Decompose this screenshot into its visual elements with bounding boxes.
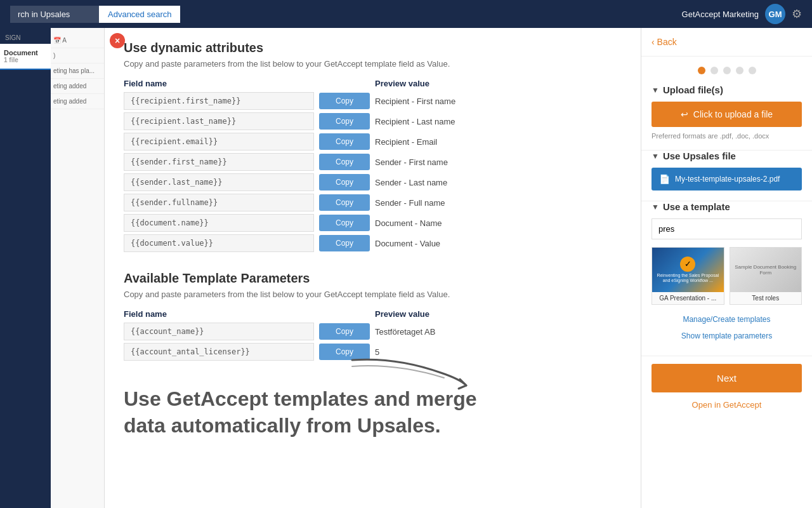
template-search-input[interactable]: [652, 218, 802, 239]
template-thumbnail: ✓ Reinventing the Sales Proposal and eSi…: [652, 248, 724, 292]
field-name-cell: {{recipient.last_name}}: [124, 112, 314, 130]
field-name-cell: {{sender.last_name}}: [124, 173, 314, 191]
doc-tab-label: Document: [4, 49, 47, 57]
upload-section-title: ▼ Upload file(s): [652, 84, 802, 95]
dynamic-field-row: {{sender.last_name}} Copy Sender - Last …: [124, 173, 622, 191]
progress-dot: [749, 67, 756, 74]
upsales-file-item[interactable]: 📄 My-test-template-upsales-2.pdf: [652, 168, 802, 190]
template-section-title: ▼ Use a template: [652, 201, 802, 212]
preview-value-cell: Document - Value: [375, 239, 622, 248]
available-field-col-header: Field name: [124, 309, 314, 319]
doc-tab-sub: 1 file: [4, 57, 47, 64]
field-header-row: Field name Preview value: [124, 79, 622, 88]
upsales-file-section: ▼ Use Upsales file 📄 My-test-template-up…: [641, 150, 812, 201]
activity-icon: 📅 A: [53, 37, 67, 44]
available-section: Available Template Parameters Copy and p…: [124, 271, 622, 361]
field-name-cell: {{sender.first_name}}: [124, 153, 314, 171]
collapse-icon[interactable]: ▼: [652, 203, 659, 211]
progress-dot: [736, 67, 743, 74]
collapse-icon[interactable]: ▼: [652, 152, 659, 161]
activity-item: eting added: [51, 79, 104, 94]
field-name-cell: {{recipient.email}}: [124, 133, 314, 150]
dynamic-section-desc: Copy and paste parameters from the list …: [124, 59, 622, 69]
activity-item: 📅 A: [51, 33, 104, 48]
field-name-cell: {{document.name}}: [124, 214, 314, 232]
upsales-filename: My-test-template-upsales-2.pdf: [675, 175, 780, 184]
advanced-search-button[interactable]: Advanced search: [99, 6, 180, 23]
dynamic-field-row: {{recipient.email}} Copy Recipient - Ema…: [124, 133, 622, 150]
field-name-cell: {{sender.fullname}}: [124, 194, 314, 211]
copy-button[interactable]: Copy: [319, 93, 370, 109]
upload-btn-label: Click to upload a file: [693, 109, 773, 119]
preview-value-cell: Document - Name: [375, 218, 622, 228]
activity-sidebar: 📅 A ) eting has pla... eting added eting…: [51, 28, 105, 508]
template-section: ▼ Use a template ✓ Reinventing the Sales…: [641, 201, 812, 356]
nav-right: GetAccept Marketing GM ⚙: [682, 4, 802, 24]
nav-left: Advanced search: [10, 6, 180, 23]
preview-value-cell: Sender - First name: [375, 157, 622, 167]
activity-item: ): [51, 48, 104, 64]
search-input[interactable]: [10, 6, 99, 23]
template-card[interactable]: Sample Document Booking Form Test roles: [730, 247, 802, 305]
template-title-text: Use a template: [663, 201, 730, 212]
copy-button[interactable]: Copy: [319, 235, 370, 251]
preview-value-cell: Testföretaget AB: [375, 327, 622, 337]
copy-button[interactable]: Copy: [319, 194, 370, 211]
main-content: × Use dynamic attributes Copy and paste …: [105, 28, 641, 508]
upload-arrow-icon: ↩: [681, 109, 688, 119]
preview-value-cell: Sender - Last name: [375, 178, 622, 187]
activity-item: eting added: [51, 94, 104, 109]
copy-button[interactable]: Copy: [319, 154, 370, 170]
collapse-icon[interactable]: ▼: [652, 86, 659, 95]
dynamic-field-row: {{document.name}} Copy Document - Name: [124, 214, 622, 232]
upload-title-text: Upload file(s): [663, 84, 723, 95]
template-label: GA Presentation - ...: [652, 292, 724, 304]
field-name-cell: {{document.value}}: [124, 234, 314, 252]
close-button[interactable]: ×: [110, 33, 125, 48]
upload-section: ▼ Upload file(s) ↩ Click to upload a fil…: [641, 84, 812, 150]
template-card[interactable]: ✓ Reinventing the Sales Proposal and eSi…: [652, 247, 724, 305]
activity-item: eting has pla...: [51, 64, 104, 79]
avatar: GM: [765, 4, 785, 24]
top-navigation: Advanced search GetAccept Marketing GM ⚙: [0, 0, 812, 28]
big-text-label: Use GetAccept templates and merge data a…: [124, 386, 504, 439]
copy-button[interactable]: Copy: [319, 215, 370, 231]
available-fields-list: {{account_name}} Copy Testföretaget AB {…: [124, 323, 622, 361]
document-tab[interactable]: Document 1 file: [0, 44, 51, 70]
copy-button[interactable]: Copy: [319, 344, 370, 360]
preview-value-cell: Sender - Full name: [375, 198, 622, 208]
dynamic-field-row: {{sender.fullname}} Copy Sender - Full n…: [124, 194, 622, 211]
activity-text: ): [53, 52, 55, 59]
template-thumbnail: Sample Document Booking Form: [730, 248, 802, 292]
dynamic-fields-list: {{recipient.first_name}} Copy Recipient …: [124, 92, 622, 252]
upsales-section-title: ▼ Use Upsales file: [652, 150, 802, 161]
field-name-cell: {{account_antal_licenser}}: [124, 343, 314, 361]
show-params-link[interactable]: Show template parameters: [652, 329, 802, 343]
dynamic-field-row: {{recipient.last_name}} Copy Recipient -…: [124, 112, 622, 130]
progress-dot: [710, 67, 718, 74]
available-section-desc: Copy and paste parameters from the list …: [124, 290, 622, 299]
preview-value-cell: Recipient - Email: [375, 137, 622, 147]
next-button[interactable]: Next: [652, 364, 802, 392]
upload-hint-text: Preferred formats are .pdf, .doc, .docx: [652, 132, 802, 140]
back-button[interactable]: ‹ Back: [641, 28, 812, 57]
progress-dots: [641, 57, 812, 84]
field-name-cell: {{account_name}}: [124, 323, 314, 340]
dynamic-field-row: {{sender.first_name}} Copy Sender - Firs…: [124, 153, 622, 171]
manage-templates-link[interactable]: Manage/Create templates: [652, 312, 802, 326]
upload-file-button[interactable]: ↩ Click to upload a file: [652, 102, 802, 127]
settings-icon[interactable]: ⚙: [792, 7, 802, 21]
copy-button[interactable]: Copy: [319, 113, 370, 130]
copy-button[interactable]: Copy: [319, 174, 370, 190]
copy-button[interactable]: Copy: [319, 133, 370, 150]
copy-button[interactable]: Copy: [319, 323, 370, 340]
open-getaccept-link[interactable]: Open in GetAccept: [641, 400, 812, 420]
available-field-row: {{account_antal_licenser}} Copy 5: [124, 343, 622, 361]
preview-value-cell: Recipient - Last name: [375, 117, 622, 126]
right-panel: ‹ Back ▼ Upload file(s) ↩ Click to uploa…: [641, 28, 812, 508]
field-name-cell: {{recipient.first_name}}: [124, 92, 314, 110]
field-col-header: Field name: [124, 79, 314, 88]
preview-value-cell: Recipient - First name: [375, 97, 622, 106]
left-strip-sign-label: SIGN: [0, 28, 51, 44]
available-preview-col-header: Preview value: [375, 309, 622, 319]
